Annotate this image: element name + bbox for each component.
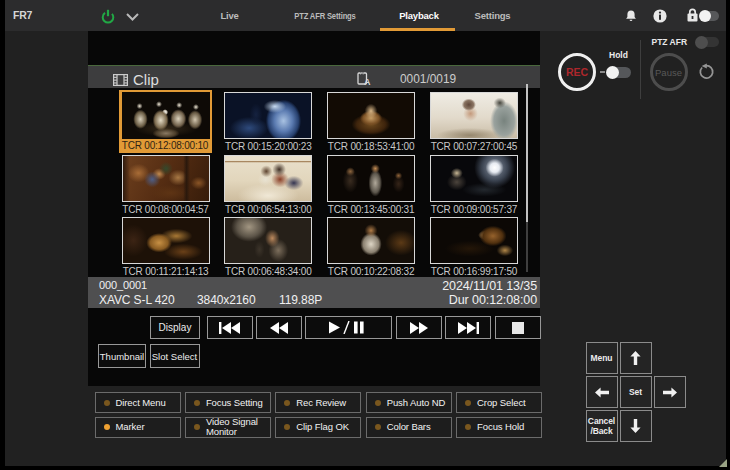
svg-text:A: A — [364, 77, 371, 86]
